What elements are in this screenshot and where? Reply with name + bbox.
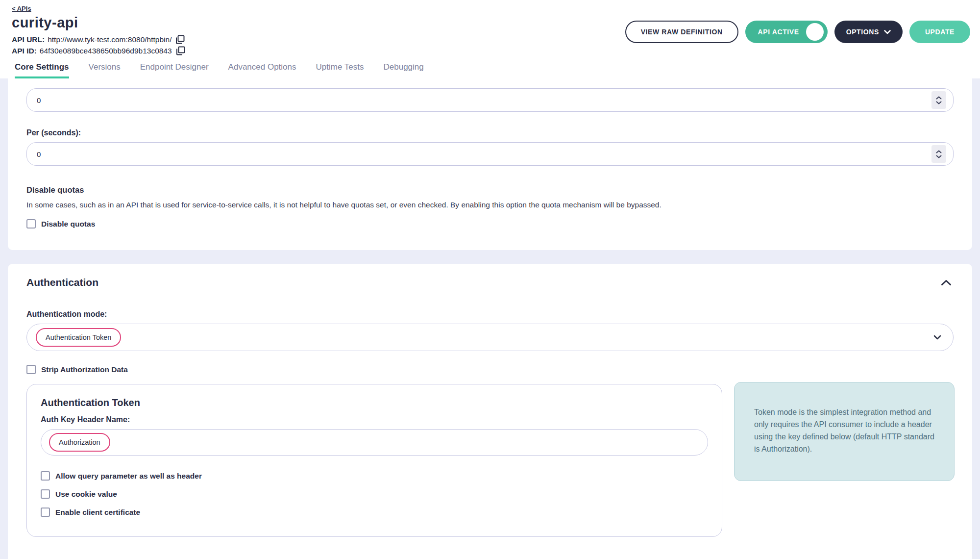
- copy-api-id-icon[interactable]: [176, 46, 185, 55]
- disable-quotas-checkbox[interactable]: [26, 219, 36, 229]
- allow-query-parameter-checkbox[interactable]: [41, 471, 50, 481]
- strip-authorization-checkbox-label: Strip Authorization Data: [41, 365, 128, 374]
- disable-quotas-checkbox-label: Disable quotas: [41, 220, 95, 229]
- disable-quotas-heading: Disable quotas: [26, 185, 954, 195]
- rate-input[interactable]: 0: [26, 88, 954, 112]
- tab-bar: Core Settings Versions Endpoint Designer…: [12, 62, 972, 78]
- page-content: 0 Per (seconds): 0 Disable quotas In som…: [0, 78, 980, 559]
- number-spinner-icon[interactable]: [931, 91, 946, 109]
- strip-authorization-checkbox-row[interactable]: Strip Authorization Data: [26, 365, 954, 374]
- token-mode-info-text: Token mode is the simplest integration m…: [754, 406, 934, 455]
- api-active-toggle-label: API ACTIVE: [758, 28, 799, 36]
- authentication-card: Authentication Authentication mode: Auth…: [8, 264, 972, 559]
- tab-uptime-tests[interactable]: Uptime Tests: [316, 62, 364, 78]
- options-button[interactable]: OPTIONS: [834, 21, 903, 43]
- auth-key-header-label: Auth Key Header Name:: [41, 415, 708, 424]
- authentication-token-box: Authentication Token Auth Key Header Nam…: [26, 384, 722, 537]
- strip-authorization-checkbox[interactable]: [26, 365, 36, 374]
- authentication-token-heading: Authentication Token: [41, 397, 708, 408]
- tab-versions[interactable]: Versions: [89, 62, 121, 78]
- tab-endpoint-designer[interactable]: Endpoint Designer: [140, 62, 209, 78]
- chevron-down-icon: [933, 335, 941, 340]
- auth-key-header-input[interactable]: Authorization: [41, 429, 708, 456]
- view-raw-definition-button[interactable]: VIEW RAW DEFINITION: [625, 21, 738, 43]
- api-url-label: API URL:: [12, 35, 45, 44]
- header-actions: VIEW RAW DEFINITION API ACTIVE OPTIONS U…: [625, 21, 970, 43]
- number-spinner-icon[interactable]: [931, 145, 946, 163]
- tab-advanced-options[interactable]: Advanced Options: [228, 62, 296, 78]
- api-id-line: API ID: 64f30e089bce438650bb96d9b13c0843: [12, 46, 185, 55]
- rate-input-value: 0: [37, 96, 41, 104]
- disable-quotas-checkbox-row[interactable]: Disable quotas: [26, 219, 954, 229]
- options-button-label: OPTIONS: [846, 28, 879, 36]
- breadcrumb-apis-link[interactable]: < APIs: [12, 5, 31, 12]
- tab-debugging[interactable]: Debugging: [383, 62, 423, 78]
- enable-client-certificate-checkbox-row[interactable]: Enable client certificate: [41, 508, 708, 517]
- use-cookie-value-checkbox-row[interactable]: Use cookie value: [41, 489, 708, 499]
- auth-key-header-value-tag: Authorization: [49, 433, 110, 452]
- per-seconds-input[interactable]: 0: [26, 142, 954, 166]
- allow-query-parameter-label: Allow query parameter as well as header: [55, 472, 202, 481]
- chevron-down-icon: [884, 30, 891, 34]
- api-id-value: 64f30e089bce438650bb96d9b13c0843: [40, 47, 172, 55]
- enable-client-certificate-label: Enable client certificate: [55, 508, 140, 517]
- toggle-knob: [806, 23, 824, 41]
- per-seconds-label: Per (seconds):: [26, 128, 954, 137]
- page-header: < APIs curity-api API URL: http://www.ty…: [0, 0, 980, 78]
- tab-core-settings[interactable]: Core Settings: [15, 62, 69, 78]
- use-cookie-value-checkbox[interactable]: [41, 489, 50, 499]
- page-title: curity-api: [12, 15, 185, 31]
- authentication-section-title: Authentication: [26, 277, 98, 288]
- authentication-mode-value-tag: Authentication Token: [36, 328, 121, 347]
- authentication-mode-select[interactable]: Authentication Token: [26, 324, 954, 351]
- use-cookie-value-label: Use cookie value: [55, 490, 117, 499]
- rate-limit-card: 0 Per (seconds): 0 Disable quotas In som…: [8, 78, 972, 250]
- api-id-label: API ID:: [12, 47, 37, 55]
- api-active-toggle[interactable]: API ACTIVE: [745, 21, 828, 43]
- enable-client-certificate-checkbox[interactable]: [41, 508, 50, 517]
- api-url-value: http://www.tyk-test.com:8080/httpbin/: [48, 35, 172, 44]
- copy-api-url-icon[interactable]: [175, 35, 185, 44]
- authentication-mode-label: Authentication mode:: [26, 310, 954, 319]
- per-seconds-input-value: 0: [37, 150, 41, 158]
- allow-query-parameter-checkbox-row[interactable]: Allow query parameter as well as header: [41, 471, 708, 481]
- chevron-up-icon[interactable]: [939, 278, 954, 288]
- api-identity: curity-api API URL: http://www.tyk-test.…: [12, 13, 185, 57]
- token-mode-info-box: Token mode is the simplest integration m…: [734, 382, 955, 481]
- api-url-line: API URL: http://www.tyk-test.com:8080/ht…: [12, 35, 185, 44]
- update-button[interactable]: UPDATE: [909, 21, 970, 43]
- disable-quotas-description: In some cases, such as in an API that is…: [26, 200, 954, 210]
